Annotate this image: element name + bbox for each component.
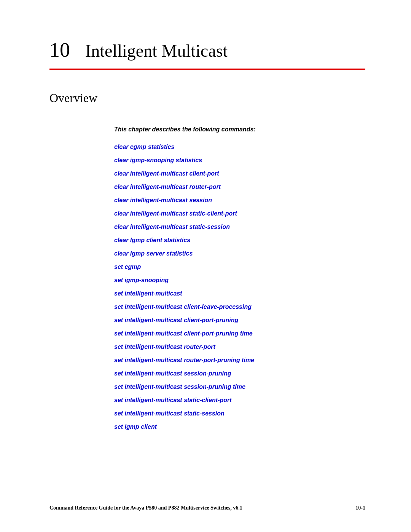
command-link[interactable]: set lgmp client: [114, 423, 157, 430]
intro-text: This chapter describes the following com…: [114, 126, 365, 133]
content-body: This chapter describes the following com…: [114, 126, 365, 430]
section-title: Overview: [49, 91, 365, 105]
chapter-title: Intelligent Multicast: [85, 41, 228, 61]
command-link[interactable]: clear intelligent-multicast static-sessi…: [114, 224, 230, 230]
command-link[interactable]: clear intelligent-multicast static-clien…: [114, 210, 237, 217]
command-link[interactable]: set intelligent-multicast static-session: [114, 410, 225, 417]
command-link[interactable]: set igmp-snooping: [114, 277, 169, 284]
footer-right: 10-1: [355, 505, 365, 511]
command-link[interactable]: clear intelligent-multicast router-port: [114, 184, 221, 190]
command-link[interactable]: set intelligent-multicast client-port-pr…: [114, 317, 238, 324]
command-link[interactable]: set intelligent-multicast router-port-pr…: [114, 357, 254, 364]
command-link[interactable]: set intelligent-multicast client-port-pr…: [114, 330, 253, 337]
command-link[interactable]: clear lgmp server statistics: [114, 250, 193, 257]
header-divider: [49, 69, 365, 70]
footer-text-row: Command Reference Guide for the Avaya P5…: [49, 505, 365, 511]
command-link[interactable]: set intelligent-multicast client-leave-p…: [114, 304, 252, 310]
command-link[interactable]: set intelligent-multicast session-prunin…: [114, 383, 245, 390]
chapter-number: 10: [49, 38, 70, 62]
page-footer: Command Reference Guide for the Avaya P5…: [49, 501, 365, 511]
page-container: 10 Intelligent Multicast Overview This c…: [0, 0, 411, 532]
command-link[interactable]: clear intelligent-multicast session: [114, 197, 212, 204]
command-link[interactable]: set cgmp: [114, 264, 141, 270]
command-link[interactable]: clear intelligent-multicast client-port: [114, 170, 219, 177]
command-link[interactable]: clear igmp-snooping statistics: [114, 157, 202, 164]
footer-left: Command Reference Guide for the Avaya P5…: [49, 505, 242, 511]
chapter-header: 10 Intelligent Multicast: [49, 38, 365, 62]
command-link[interactable]: set intelligent-multicast: [114, 290, 182, 297]
command-list: clear cgmp statisticsclear igmp-snooping…: [114, 144, 365, 430]
command-link[interactable]: set intelligent-multicast static-client-…: [114, 397, 231, 404]
command-link[interactable]: clear lgmp client statistics: [114, 237, 190, 244]
command-link[interactable]: clear cgmp statistics: [114, 144, 174, 150]
footer-divider: [49, 501, 365, 501]
command-link[interactable]: set intelligent-multicast router-port: [114, 343, 215, 350]
command-link[interactable]: set intelligent-multicast session-prunin…: [114, 370, 231, 377]
